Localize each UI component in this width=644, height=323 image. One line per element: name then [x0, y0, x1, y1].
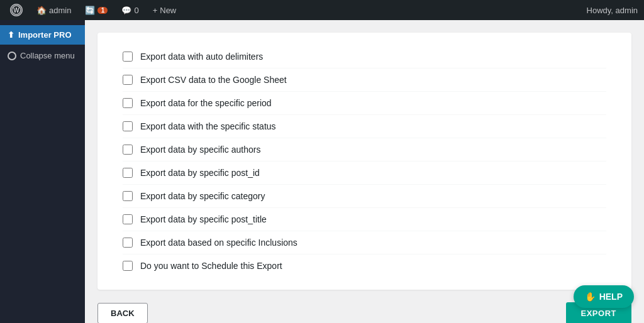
checkbox-cb5[interactable]	[123, 145, 133, 155]
new-label: New	[160, 6, 176, 15]
checkbox-item: Export data with auto delimiters	[123, 45, 606, 68]
checkbox-label-cb9[interactable]: Export data based on specific Inclusions	[140, 238, 297, 248]
site-name-label: admin	[49, 6, 71, 15]
site-name-item[interactable]: 🏠 admin	[33, 0, 75, 20]
updates-item[interactable]: 🔄 1	[81, 0, 111, 20]
collapse-label: Collapse menu	[20, 51, 75, 60]
comments-count: 0	[134, 6, 138, 15]
export-options-card: Export data with auto delimitersExport C…	[97, 33, 631, 290]
checkbox-cb3[interactable]	[123, 98, 133, 108]
updates-badge: 1	[97, 7, 108, 14]
checkbox-list: Export data with auto delimitersExport C…	[123, 45, 606, 277]
checkbox-label-cb7[interactable]: Export data by specific category	[140, 191, 265, 201]
checkbox-cb9[interactable]	[123, 238, 133, 248]
checkbox-label-cb6[interactable]: Export data by specific post_id	[140, 168, 260, 178]
svg-text:W: W	[13, 7, 19, 14]
new-item[interactable]: + New	[149, 0, 180, 20]
checkbox-item: Export data by specific post_id	[123, 162, 606, 185]
checkbox-label-cb1[interactable]: Export data with auto delimiters	[140, 52, 263, 62]
checkbox-cb1[interactable]	[123, 52, 133, 62]
checkbox-item: Export data by specific authors	[123, 138, 606, 162]
plus-icon: +	[153, 6, 158, 15]
sidebar-collapse-menu[interactable]: Collapse menu	[0, 45, 85, 67]
updates-icon: 🔄	[85, 6, 95, 15]
checkbox-item: Do you want to Schedule this Export	[123, 255, 606, 277]
checkbox-item: Export data by specific post_title	[123, 208, 606, 231]
checkbox-label-cb4[interactable]: Export data with the specific status	[140, 121, 276, 131]
hand-icon: ✋	[585, 292, 596, 302]
layout: ⬆ Importer PRO Collapse menu Export data…	[0, 20, 644, 323]
site-name-icon: 🏠	[36, 6, 47, 15]
checkbox-cb4[interactable]	[123, 121, 133, 131]
comments-icon: 💬	[121, 6, 131, 15]
collapse-circle-icon	[8, 52, 16, 60]
checkbox-item: Export data based on specific Inclusions	[123, 231, 606, 255]
sidebar: ⬆ Importer PRO Collapse menu	[0, 20, 85, 323]
importer-icon: ⬆	[8, 30, 14, 40]
checkbox-item: Export data with the specific status	[123, 115, 606, 138]
checkbox-label-cb2[interactable]: Export CSV data to the Google Sheet	[140, 75, 287, 85]
button-row: BACK EXPORT	[97, 302, 631, 323]
wp-logo-item[interactable]: W	[6, 0, 26, 20]
wp-logo-icon: W	[10, 4, 23, 16]
sidebar-plugin-title[interactable]: ⬆ Importer PRO	[0, 25, 85, 45]
checkbox-item: Export data for the specific period	[123, 92, 606, 115]
checkbox-cb10[interactable]	[123, 261, 133, 271]
admin-bar: W 🏠 admin 🔄 1 💬 0 + New Howdy, admin	[0, 0, 644, 20]
checkbox-cb7[interactable]	[123, 191, 133, 201]
checkbox-cb2[interactable]	[123, 75, 133, 85]
checkbox-cb6[interactable]	[123, 168, 133, 178]
checkbox-cb8[interactable]	[123, 214, 133, 224]
admin-bar-left: W 🏠 admin 🔄 1 💬 0 + New	[6, 0, 579, 20]
checkbox-item: Export data by specific category	[123, 185, 606, 208]
checkbox-label-cb5[interactable]: Export data by specific authors	[140, 145, 260, 155]
back-button[interactable]: BACK	[97, 303, 148, 323]
plugin-title-label: Importer PRO	[18, 30, 72, 40]
help-label: HELP	[599, 292, 623, 302]
main-content: Export data with auto delimitersExport C…	[85, 20, 644, 323]
help-button[interactable]: ✋ HELP	[574, 285, 634, 308]
checkbox-label-cb3[interactable]: Export data for the specific period	[140, 98, 272, 108]
checkbox-label-cb8[interactable]: Export data by specific post_title	[140, 214, 267, 224]
comments-item[interactable]: 💬 0	[118, 0, 142, 20]
howdy-text: Howdy, admin	[587, 6, 638, 15]
checkbox-label-cb10[interactable]: Do you want to Schedule this Export	[140, 261, 282, 271]
checkbox-item: Export CSV data to the Google Sheet	[123, 68, 606, 92]
